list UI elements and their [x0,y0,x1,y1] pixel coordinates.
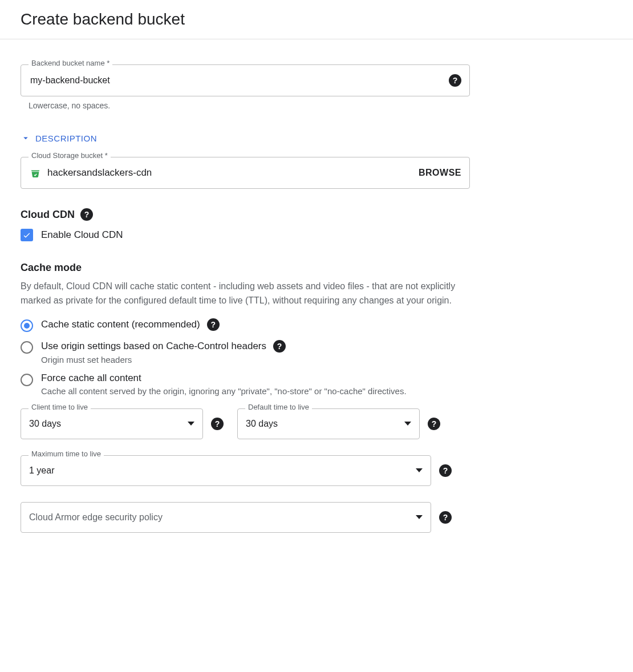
cache-mode-heading: Cache mode [21,262,470,274]
default-ttl-field: Default time to live 30 days [237,408,420,439]
backend-bucket-name-box: ? [21,64,470,96]
radio-label: Force cache all content [41,373,141,384]
description-expander-label: DESCRIPTION [35,133,97,143]
dropdown-caret-icon [416,515,423,519]
client-ttl-value: 30 days [29,419,61,429]
radio-button[interactable] [21,374,33,386]
enable-cloud-cdn-row: Enable Cloud CDN [21,229,470,241]
cache-mode-radio-group: Cache static content (recommended) ? Use… [21,318,470,396]
cloud-storage-bucket-label: Cloud Storage bucket * [29,152,111,159]
default-ttl-label: Default time to live [245,403,312,411]
cloud-storage-bucket-box: hackersandslackers-cdn BROWSE [21,157,470,189]
help-icon[interactable]: ? [439,511,452,524]
help-icon[interactable]: ? [449,74,461,87]
dropdown-caret-icon [416,468,423,472]
help-icon[interactable]: ? [428,418,440,430]
cloud-cdn-heading-text: Cloud CDN [21,209,75,221]
page-header: Create backend bucket [0,0,633,39]
radio-button[interactable] [21,319,33,332]
backend-bucket-name-field: Backend bucket name * ? [21,64,470,96]
help-icon[interactable]: ? [207,318,220,331]
cloud-storage-bucket-value: hackersandslackers-cdn [47,167,413,179]
help-icon[interactable]: ? [273,340,286,353]
cloud-armor-placeholder: Cloud Armor edge security policy [29,512,163,523]
backend-bucket-name-helper: Lowercase, no spaces. [21,101,470,110]
client-ttl-label: Client time to live [29,403,91,411]
bucket-icon [29,167,42,179]
radio-label: Cache static content (recommended) [41,319,200,330]
radio-sublabel: Cache all content served by the origin, … [41,386,470,396]
cache-mode-option-force: Force cache all content Cache all conten… [21,373,470,396]
max-ttl-row: Maximum time to live 1 year ? [21,455,470,486]
cloud-storage-bucket-field: Cloud Storage bucket * hackersandslacker… [21,157,470,189]
enable-cloud-cdn-label: Enable Cloud CDN [41,229,123,241]
max-ttl-field: Maximum time to live 1 year [21,455,431,486]
radio-content: Use origin settings based on Cache-Contr… [41,340,470,365]
ttl-row: Client time to live 30 days ? Default ti… [21,408,470,439]
backend-bucket-name-input[interactable] [29,75,443,86]
client-ttl-select[interactable]: 30 days [21,408,203,439]
default-ttl-select[interactable]: 30 days [237,408,420,439]
browse-button[interactable]: BROWSE [419,168,461,178]
max-ttl-select[interactable]: 1 year [21,455,431,486]
radio-content: Force cache all content Cache all conten… [41,373,470,396]
max-ttl-value: 1 year [29,465,54,476]
help-icon[interactable]: ? [80,208,93,221]
cache-mode-option-static: Cache static content (recommended) ? [21,318,470,332]
dropdown-caret-icon [188,422,194,426]
cache-mode-description: By default, Cloud CDN will cache static … [21,280,465,308]
radio-button[interactable] [21,341,33,354]
cloud-cdn-heading: Cloud CDN ? [21,208,470,221]
client-ttl-col: Client time to live 30 days ? [21,408,224,439]
radio-content: Cache static content (recommended) ? [41,318,470,331]
radio-sublabel: Origin must set headers [41,355,470,365]
help-icon[interactable]: ? [211,418,224,430]
max-ttl-label: Maximum time to live [29,450,104,458]
backend-bucket-name-label: Backend bucket name * [29,59,112,67]
help-icon[interactable]: ? [439,464,452,477]
description-expander[interactable]: DESCRIPTION [21,133,470,143]
cache-mode-option-origin: Use origin settings based on Cache-Contr… [21,340,470,365]
cloud-armor-row: Cloud Armor edge security policy ? [21,502,470,533]
chevron-down-icon [21,133,31,143]
cloud-armor-field: Cloud Armor edge security policy [21,502,431,533]
dropdown-caret-icon [404,422,411,426]
radio-label: Use origin settings based on Cache-Contr… [41,341,266,352]
client-ttl-field: Client time to live 30 days [21,408,203,439]
cloud-armor-select[interactable]: Cloud Armor edge security policy [21,502,431,533]
form-body: Backend bucket name * ? Lowercase, no sp… [0,39,490,556]
default-ttl-value: 30 days [246,419,278,429]
enable-cloud-cdn-checkbox[interactable] [21,229,33,241]
page-title: Create backend bucket [21,10,612,29]
default-ttl-col: Default time to live 30 days ? [237,408,440,439]
